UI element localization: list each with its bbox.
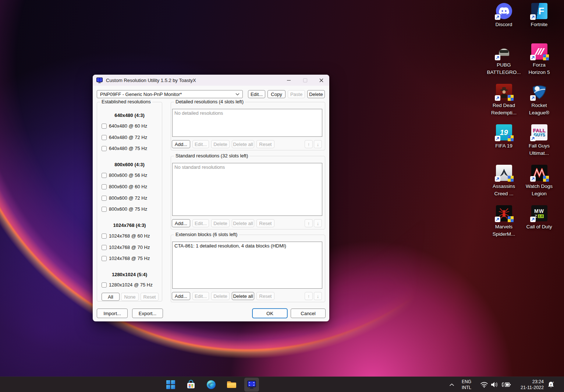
established-resolutions-group: Established resolutions 640x480 (4:3) 64… [97, 102, 162, 302]
checkbox-800x600-56[interactable]: 800x600 @ 56 Hz [102, 172, 147, 178]
checkbox-800x600-75[interactable]: 800x600 @ 75 Hz [102, 206, 147, 212]
standard-add-button[interactable]: Add... [172, 219, 190, 227]
desktop-icon-fall-guys[interactable]: FALLGUYS Fall GuysUltimat... [522, 124, 557, 157]
checkbox-1280x1024-75[interactable]: 1280x1024 @ 75 Hz [102, 282, 153, 288]
taskbar-edge[interactable] [204, 378, 219, 392]
checkbox[interactable] [102, 173, 107, 178]
shortcut-arrow-icon [495, 136, 500, 141]
extension-move-down-button: ↓ [314, 292, 322, 300]
checkbox-640x480-72[interactable]: 640x480 @ 72 Hz [102, 134, 147, 140]
standard-move-down-button: ↓ [314, 219, 322, 227]
taskbar-cru-active[interactable] [244, 378, 259, 392]
checkbox[interactable] [102, 135, 107, 140]
uac-shield-icon [543, 54, 549, 60]
standard-reset-button: Reset [256, 219, 274, 227]
checkbox[interactable] [102, 184, 107, 189]
checkbox-640x480-60[interactable]: 640x480 @ 60 Hz [102, 123, 147, 129]
checkbox[interactable] [102, 207, 107, 212]
checkbox-1024x768-70[interactable]: 1024x768 @ 70 Hz [102, 244, 150, 250]
tray-time: 23:24 [512, 379, 544, 385]
standard-resolutions-list[interactable]: No standard resolutions [172, 163, 322, 216]
minimize-button[interactable] [281, 75, 297, 86]
checkbox[interactable] [102, 124, 107, 129]
cru-app-icon [96, 77, 103, 83]
extension-reset-button: Reset [256, 292, 274, 300]
extension-block-item[interactable]: CTA-861: 1 detailed resolution, 4 data b… [174, 243, 286, 249]
resolution-section-header: 1280x1024 (5:4) [97, 272, 162, 277]
wifi-icon[interactable] [479, 377, 489, 392]
cancel-button[interactable]: Cancel [291, 309, 326, 318]
checkbox-1024x768-60[interactable]: 1024x768 @ 60 Hz [102, 233, 150, 239]
tray-clock[interactable]: 23:24 21-11-2022 [512, 379, 544, 391]
checkbox-1024x768-75[interactable]: 1024x768 @ 75 Hz [102, 255, 150, 261]
ok-button[interactable]: OK [252, 309, 287, 318]
desktop-icon-pubg[interactable]: PUBGBATTLEGRO... [486, 43, 521, 76]
start-button[interactable] [163, 378, 178, 392]
group-label: Established resolutions [100, 99, 152, 105]
extension-move-up-button: ↑ [305, 292, 313, 300]
notification-bell-icon[interactable]: zz [545, 377, 556, 392]
desktop-icon-assassins-creed[interactable]: AssassinsCreed ... [486, 165, 521, 197]
desktop-icon-fortnite[interactable]: F Fortnite [522, 3, 557, 28]
checkbox-800x600-72[interactable]: 800x600 @ 72 Hz [102, 195, 147, 201]
detailed-move-down-button: ↓ [314, 140, 322, 148]
desktop-icon-label: MarvelsSpiderM... [486, 223, 521, 238]
extension-blocks-list[interactable]: CTA-861: 1 detailed resolution, 4 data b… [172, 242, 322, 289]
shortcut-arrow-icon [530, 14, 536, 20]
uac-shield-icon [543, 176, 549, 182]
tray-date: 21-11-2022 [512, 385, 544, 391]
export-button[interactable]: Export... [132, 309, 163, 318]
taskbar-file-explorer[interactable] [224, 378, 239, 392]
svg-text:z: z [550, 383, 551, 386]
edit-monitor-button[interactable]: Edit... [248, 90, 265, 98]
standard-edit-button: Edit... [192, 219, 209, 227]
desktop-icon-rocket-league[interactable]: RocketLeague® [522, 84, 557, 117]
windows-logo-icon [166, 380, 175, 389]
delete-monitor-button[interactable]: Delete [307, 90, 325, 98]
checkbox[interactable] [102, 256, 107, 261]
extension-delete-all-button[interactable]: Delete all [232, 292, 254, 300]
taskbar-microsoft-store[interactable] [184, 378, 198, 392]
detailed-resolutions-list[interactable]: No detailed resolutions [172, 109, 322, 137]
desktop-icon-red-dead[interactable]: Red DeadRedempti... [486, 84, 521, 117]
detailed-add-button[interactable]: Add... [172, 140, 190, 148]
checkbox[interactable] [102, 196, 107, 201]
extension-delete-button: Delete [211, 292, 230, 300]
cru-window: Custom Resolution Utility 1.5.2 by Toast… [93, 75, 329, 321]
desktop-icon-label: AssassinsCreed ... [486, 183, 521, 197]
battery-charging-icon[interactable] [500, 377, 512, 392]
window-title: Custom Resolution Utility 1.5.2 by Toast… [106, 78, 196, 83]
detailed-resolutions-group: Detailed resolutions (4 slots left) No d… [171, 102, 325, 150]
desktop-icon-forza[interactable]: ForzaHorizon 5 [522, 43, 557, 76]
checkbox[interactable] [102, 234, 107, 239]
group-label: Extension blocks (6 slots left) [174, 232, 239, 238]
extension-add-button[interactable]: Add... [172, 292, 190, 300]
checkbox-640x480-75[interactable]: 640x480 @ 75 Hz [102, 145, 147, 152]
svg-text:z: z [553, 381, 554, 383]
tray-chevron-up[interactable] [447, 377, 457, 392]
checkbox[interactable] [102, 245, 107, 250]
desktop-icon-label: ForzaHorizon 5 [522, 61, 557, 76]
detailed-move-up-button: ↑ [305, 140, 313, 148]
paste-button: Paste [288, 90, 305, 98]
tray-language-switcher[interactable]: ENG INTL [459, 379, 474, 391]
desktop-icon-call-of-duty[interactable]: MW Z2.0 Call of Duty [522, 205, 557, 231]
established-all-button[interactable]: All [102, 293, 120, 301]
checkbox-800x600-60[interactable]: 800x600 @ 60 Hz [102, 183, 147, 190]
taskbar: ENG INTL 23:24 21-11-2022 zz [0, 377, 564, 392]
checkbox[interactable] [102, 282, 107, 288]
desktop-icon-label: Call of Duty [522, 223, 557, 231]
desktop-icon-watch-dogs[interactable]: Watch DogsLegion [522, 165, 557, 197]
copy-button[interactable]: Copy [267, 90, 285, 98]
volume-icon[interactable] [489, 377, 500, 392]
close-icon [319, 78, 323, 82]
desktop-icon-fifa19[interactable]: 19 FIFA 19 [486, 124, 521, 150]
monitor-select[interactable]: PNP09FF - Generic Non-PnP Monitor* [97, 90, 243, 98]
standard-resolutions-group: Standard resolutions (32 slots left) No … [171, 156, 325, 229]
checkbox[interactable] [102, 146, 107, 151]
import-button[interactable]: Import... [97, 309, 128, 318]
titlebar[interactable]: Custom Resolution Utility 1.5.2 by Toast… [93, 75, 329, 86]
desktop-icon-discord[interactable]: Discord [486, 3, 521, 28]
desktop-icon-spiderman[interactable]: MarvelsSpiderM... [486, 205, 521, 238]
close-button[interactable] [313, 75, 329, 86]
